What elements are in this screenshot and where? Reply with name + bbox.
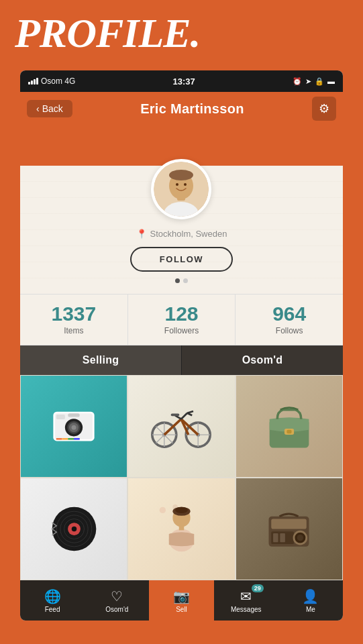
- me-icon: 👤: [302, 588, 319, 604]
- nav-me[interactable]: 👤 Me: [278, 580, 343, 621]
- sell-label: Sell: [176, 606, 187, 613]
- grid-cell-person[interactable]: [127, 478, 235, 580]
- location-label: Stockholm, Sweden: [150, 229, 227, 239]
- svg-rect-55: [273, 533, 278, 542]
- settings-button[interactable]: ⚙: [312, 97, 336, 121]
- grid-cell-record[interactable]: [20, 478, 127, 580]
- nav-messages[interactable]: 29 ✉ Messages: [214, 580, 278, 621]
- dot-2: [183, 278, 188, 283]
- svg-rect-56: [280, 533, 286, 542]
- clock-icon: ⏰: [293, 77, 302, 86]
- grid-row-2: [20, 478, 343, 580]
- grid-cell-vintage[interactable]: [236, 478, 343, 580]
- nav-sell[interactable]: 📷 Sell: [149, 580, 213, 621]
- followers-label: Followers: [164, 326, 199, 335]
- messages-badge: 29: [252, 584, 264, 592]
- svg-point-42: [71, 527, 76, 532]
- items-count: 1337: [51, 304, 96, 324]
- grid-cell-bicycle[interactable]: [127, 375, 235, 478]
- status-time: 13:37: [173, 76, 195, 87]
- tab-row: Selling Osom'd: [20, 345, 343, 375]
- me-label: Me: [306, 606, 315, 613]
- grid-cell-camera[interactable]: [20, 375, 127, 478]
- status-left: Osom 4G: [28, 76, 75, 86]
- profile-content: 📍 Stockholm, Sweden FOLLOW: [20, 166, 343, 294]
- stat-items[interactable]: 1337 Items: [20, 294, 128, 345]
- back-button[interactable]: ‹ Back: [27, 100, 72, 117]
- stat-follows[interactable]: 964 Follows: [236, 294, 343, 345]
- messages-label: Messages: [231, 606, 262, 613]
- grid-row-1: [20, 375, 343, 478]
- vintage-svg: [264, 504, 314, 554]
- svg-rect-14: [68, 413, 80, 417]
- user-name-title: Eric Martinsson: [140, 101, 244, 117]
- svg-rect-51: [272, 519, 307, 529]
- feed-label: Feed: [45, 606, 60, 613]
- svg-rect-17: [68, 438, 74, 440]
- signal-bars: [28, 78, 38, 85]
- feed-icon: 🌐: [44, 588, 61, 604]
- follows-label: Follows: [276, 326, 303, 335]
- back-label: Back: [42, 103, 63, 114]
- follow-button[interactable]: FOLLOW: [130, 247, 233, 272]
- page-title: PROFILE.: [15, 12, 200, 54]
- location-icon: ➤: [305, 77, 311, 86]
- dot-1: [175, 278, 180, 283]
- tab-osomd[interactable]: Osom'd: [182, 345, 343, 375]
- svg-point-12: [72, 425, 76, 430]
- svg-point-5: [176, 183, 178, 186]
- gear-icon: ⚙: [319, 101, 329, 116]
- svg-rect-49: [179, 525, 185, 531]
- tab-selling[interactable]: Selling: [20, 345, 182, 375]
- avatar-svg: [154, 162, 209, 217]
- sell-icon: 📷: [173, 588, 190, 604]
- pin-icon: 📍: [136, 229, 147, 239]
- status-right: ⏰ ➤ 🔒 ▬: [293, 77, 335, 86]
- svg-rect-33: [171, 414, 180, 417]
- svg-point-47: [175, 507, 188, 513]
- stats-row: 1337 Items 128 Followers 964 Follows: [20, 294, 343, 345]
- location-text: 📍 Stockholm, Sweden: [136, 229, 227, 239]
- nav-feed[interactable]: 🌐 Feed: [20, 580, 85, 621]
- svg-point-6: [184, 183, 187, 186]
- bottom-nav: 🌐 Feed ♡ Osom'd 📷 Sell 29 ✉ Messages 👤 M…: [20, 580, 343, 621]
- phone-frame: Osom 4G 13:37 ⏰ ➤ 🔒 ▬ ‹ Back Eric Martin…: [20, 70, 343, 621]
- camera-svg: [50, 408, 97, 445]
- svg-line-31: [187, 413, 192, 416]
- status-bar: Osom 4G 13:37 ⏰ ➤ 🔒 ▬: [20, 70, 343, 92]
- avatar-section: 📍 Stockholm, Sweden FOLLOW: [130, 166, 233, 294]
- stat-followers[interactable]: 128 Followers: [128, 294, 236, 345]
- svg-line-29: [181, 413, 187, 419]
- avatar-image: [154, 162, 209, 217]
- nav-osomd[interactable]: ♡ Osom'd: [85, 580, 149, 621]
- back-chevron-icon: ‹: [36, 103, 40, 114]
- bicycle-svg: [151, 401, 211, 451]
- battery-icon: ▬: [327, 77, 335, 85]
- bag-svg: [262, 401, 316, 451]
- svg-point-43: [160, 507, 166, 513]
- person-svg: [156, 504, 207, 554]
- svg-rect-13: [56, 415, 65, 419]
- svg-rect-36: [287, 430, 291, 433]
- grid-section: [20, 375, 343, 580]
- osomd-label: Osom'd: [105, 606, 128, 613]
- avatar: [151, 159, 211, 219]
- svg-rect-15: [56, 438, 62, 440]
- pagination-dots: [175, 278, 188, 283]
- lock-icon: 🔒: [315, 77, 324, 86]
- items-label: Items: [64, 326, 83, 335]
- nav-header: ‹ Back Eric Martinsson ⚙: [20, 92, 343, 125]
- grid-cell-bag[interactable]: [236, 375, 343, 478]
- record-svg: [49, 504, 99, 554]
- follows-count: 964: [272, 304, 306, 324]
- messages-icon: ✉: [240, 588, 252, 604]
- osomd-icon: ♡: [111, 588, 123, 604]
- svg-point-54: [297, 535, 303, 541]
- carrier-text: Osom 4G: [41, 76, 75, 86]
- svg-rect-16: [62, 438, 68, 440]
- svg-rect-18: [74, 438, 80, 440]
- svg-point-4: [169, 170, 193, 180]
- followers-count: 128: [164, 304, 198, 324]
